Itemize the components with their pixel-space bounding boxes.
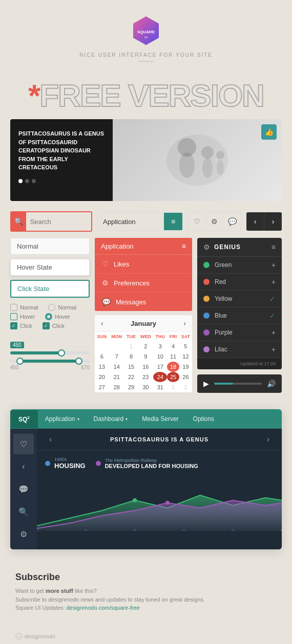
cal-day-selected[interactable]: 24 bbox=[153, 372, 167, 382]
cal-day[interactable]: 12 bbox=[179, 351, 192, 362]
sidebar-chat-icon[interactable]: 💬 bbox=[13, 479, 34, 499]
chat-icon-btn[interactable]: 💬 bbox=[223, 212, 241, 231]
genius-item-yellow[interactable]: Yellow ✓ bbox=[197, 291, 282, 307]
cal-day[interactable] bbox=[109, 341, 124, 351]
dropdown-menu-header[interactable]: Application ≡ bbox=[95, 238, 192, 255]
cal-day-today[interactable]: 18 bbox=[167, 362, 179, 372]
radio-normal-btn[interactable] bbox=[48, 304, 55, 311]
dropdown-item-messages[interactable]: 💬 Messages bbox=[95, 293, 192, 311]
carousel-next-btn[interactable]: › bbox=[263, 435, 274, 444]
dropdown-menu-toggle[interactable]: ≡ bbox=[182, 242, 186, 250]
genius-item-blue[interactable]: Blue ✓ bbox=[197, 307, 282, 324]
genius-gear-icon[interactable]: ⚙ bbox=[203, 243, 210, 251]
cal-day[interactable]: 15 bbox=[124, 362, 138, 372]
sidebar-like-icon[interactable]: ♡ bbox=[13, 434, 34, 454]
cal-day[interactable]: 11 bbox=[167, 351, 179, 362]
banner-dot-2[interactable] bbox=[25, 179, 29, 183]
search-input[interactable] bbox=[26, 218, 91, 226]
cal-day[interactable]: 7 bbox=[109, 351, 124, 362]
sidebar-search-icon[interactable]: 🔍 bbox=[13, 501, 34, 522]
cal-day[interactable]: 20 bbox=[95, 372, 109, 382]
radio-click-btn[interactable]: ✓ bbox=[43, 322, 50, 329]
genius-action-blue[interactable]: ✓ bbox=[269, 312, 276, 320]
range-slider-thumb-left[interactable] bbox=[16, 358, 24, 365]
banner-dot-1[interactable] bbox=[18, 179, 23, 183]
cal-day[interactable]: 16 bbox=[138, 362, 153, 372]
cal-day[interactable]: 5 bbox=[179, 341, 192, 351]
checkbox-click-box[interactable]: ✓ bbox=[10, 322, 17, 329]
genius-action-green[interactable]: + bbox=[272, 261, 276, 269]
checkbox-normal[interactable]: Normal bbox=[10, 304, 38, 311]
prev-arrow[interactable]: ‹ bbox=[246, 212, 264, 231]
genius-action-yellow[interactable]: ✓ bbox=[269, 295, 276, 303]
subscribe-link[interactable]: designmodo.com/square-free bbox=[67, 605, 140, 611]
genius-item-green[interactable]: Green + bbox=[197, 257, 282, 274]
radio-click[interactable]: ✓ Click bbox=[43, 322, 65, 329]
dropdown-item-preferences[interactable]: ⚙ Preferences bbox=[95, 274, 192, 293]
gear-icon-btn[interactable]: ⚙ bbox=[206, 212, 223, 231]
cal-day[interactable]: 29 bbox=[124, 382, 138, 392]
cal-prev-btn[interactable]: ‹ bbox=[101, 319, 103, 327]
cal-day[interactable]: 14 bbox=[109, 362, 124, 372]
radio-normal[interactable]: Normal bbox=[48, 304, 76, 311]
genius-item-red[interactable]: Red + bbox=[197, 274, 282, 291]
genius-action-purple[interactable]: + bbox=[272, 328, 276, 337]
range-slider-thumb-right[interactable] bbox=[75, 358, 82, 365]
dash-nav-mediaserver[interactable]: Media Server bbox=[135, 409, 185, 429]
dash-nav-dashboard[interactable]: Dashboard ▾ bbox=[87, 409, 135, 429]
cal-day[interactable] bbox=[95, 341, 109, 351]
like-icon-btn[interactable]: ♡ bbox=[189, 212, 206, 231]
cal-day[interactable]: 23 bbox=[138, 372, 153, 382]
genius-menu-icon[interactable]: ≡ bbox=[272, 243, 276, 251]
cal-day[interactable]: 27 bbox=[95, 382, 109, 392]
sidebar-gear-icon[interactable]: ⚙ bbox=[13, 524, 34, 544]
cal-day[interactable]: 8 bbox=[124, 351, 138, 362]
radio-hover[interactable]: Hover bbox=[45, 313, 70, 320]
dropdown-item-likes[interactable]: ♡ Likes bbox=[95, 255, 192, 274]
cal-next-btn[interactable]: › bbox=[183, 319, 186, 327]
dropdown-menu-icon[interactable]: ≡ bbox=[164, 212, 182, 231]
cal-day[interactable]: 1 bbox=[167, 382, 179, 392]
slider-thumb[interactable] bbox=[58, 349, 65, 357]
cal-day[interactable]: 13 bbox=[95, 362, 109, 372]
genius-action-red[interactable]: + bbox=[272, 278, 276, 286]
cal-day[interactable]: 1 bbox=[124, 341, 138, 351]
sidebar-nav-icon[interactable]: ‹ bbox=[13, 456, 34, 477]
range-slider-track[interactable] bbox=[10, 360, 90, 363]
cal-day[interactable]: 31 bbox=[153, 382, 167, 392]
cal-day[interactable]: 10 bbox=[153, 351, 167, 362]
cal-day[interactable]: 6 bbox=[95, 351, 109, 362]
checkbox-hover-box[interactable] bbox=[10, 313, 17, 320]
cal-day[interactable]: 30 bbox=[138, 382, 153, 392]
cal-day-selected-2[interactable]: 25 bbox=[167, 372, 179, 382]
carousel-prev-btn[interactable]: ‹ bbox=[45, 435, 56, 444]
radio-hover-btn[interactable] bbox=[45, 313, 52, 320]
slider-track[interactable] bbox=[10, 351, 90, 354]
genius-item-purple[interactable]: Purple + bbox=[197, 324, 282, 341]
volume-icon[interactable]: 🔊 bbox=[267, 380, 276, 388]
click-state[interactable]: Click State bbox=[10, 280, 90, 298]
dash-nav-application[interactable]: Application ▾ bbox=[38, 409, 87, 429]
cal-day[interactable]: 26 bbox=[179, 372, 192, 382]
cal-day[interactable]: 9 bbox=[138, 351, 153, 362]
cal-day[interactable]: 28 bbox=[109, 382, 124, 392]
cal-day[interactable]: 2 bbox=[138, 341, 153, 351]
cal-day[interactable]: 4 bbox=[167, 341, 179, 351]
cal-day[interactable]: 19 bbox=[179, 362, 192, 372]
search-icon[interactable]: 🔍 bbox=[11, 212, 26, 231]
banner-like-button[interactable]: 👍 bbox=[261, 124, 277, 140]
cal-day[interactable]: 22 bbox=[124, 372, 138, 382]
next-arrow[interactable]: › bbox=[264, 212, 282, 231]
dash-nav-options[interactable]: Options bbox=[186, 409, 221, 429]
checkbox-hover[interactable]: Hover bbox=[10, 313, 35, 320]
cal-day[interactable]: 2 bbox=[179, 382, 192, 392]
genius-action-lilac[interactable]: + bbox=[272, 345, 276, 353]
cal-day[interactable]: 17 bbox=[153, 362, 167, 372]
cal-day[interactable]: 3 bbox=[153, 341, 167, 351]
checkbox-normal-box[interactable] bbox=[10, 304, 17, 311]
application-dropdown[interactable]: Application ≡ bbox=[97, 212, 183, 231]
cal-day[interactable]: 21 bbox=[109, 372, 124, 382]
checkbox-click[interactable]: ✓ Click bbox=[10, 322, 32, 329]
genius-item-lilac[interactable]: Lilac + bbox=[197, 341, 282, 358]
banner-dot-3[interactable] bbox=[32, 179, 36, 183]
